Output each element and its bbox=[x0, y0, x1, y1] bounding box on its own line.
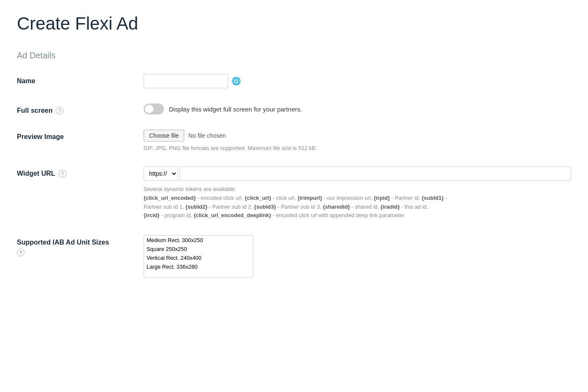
full-screen-toggle[interactable] bbox=[144, 103, 164, 114]
iab-option-square: Square 250x250 bbox=[144, 245, 253, 253]
name-label: Name bbox=[17, 74, 144, 85]
token-irpid: {irpid} bbox=[374, 195, 390, 201]
globe-icon: 🌐 bbox=[231, 76, 241, 86]
page-title: Create Flexi Ad bbox=[17, 14, 571, 34]
preview-image-row: Preview Image Choose file No file chosen… bbox=[17, 130, 571, 151]
iab-sizes-label: Supported IAB Ad Unit Sizes ? bbox=[17, 235, 144, 256]
iab-option-vertical-rect: Vertical Rect. 240x400 bbox=[144, 253, 253, 262]
choose-file-button[interactable]: Choose file bbox=[144, 130, 184, 142]
token-click-url: {click_url} bbox=[245, 195, 271, 201]
full-screen-help-icon[interactable]: ? bbox=[56, 107, 63, 114]
iab-sizes-control: Medium Rect. 300x250 Square 250x250 Vert… bbox=[144, 235, 571, 278]
widget-url-help-icon[interactable]: ? bbox=[59, 170, 66, 177]
name-control: 🌐 bbox=[144, 74, 571, 88]
full-screen-label: Full screen ? bbox=[17, 103, 144, 114]
full-screen-row: Full screen ? Display this widget full s… bbox=[17, 103, 571, 114]
name-row: Name 🌐 bbox=[17, 74, 571, 88]
token-click-url-encoded-deeplink: {click_url_encoded_deeplink} bbox=[194, 212, 272, 218]
token-iradid: {iradid} bbox=[381, 204, 400, 210]
token-ircid: {ircid} bbox=[144, 212, 160, 218]
iab-option-medium-rect: Medium Rect. 300x250 bbox=[144, 236, 253, 245]
file-hint: GIF, JPG, PNG file formats are supported… bbox=[144, 145, 571, 151]
section-title: Ad Details bbox=[17, 51, 571, 60]
url-protocol-select[interactable]: https:// http:// bbox=[144, 166, 178, 181]
iab-help-icon[interactable]: ? bbox=[17, 249, 24, 256]
toggle-description: Display this widget full screen for your… bbox=[169, 106, 302, 113]
iab-sizes-row: Supported IAB Ad Unit Sizes ? Medium Rec… bbox=[17, 235, 571, 278]
preview-image-control: Choose file No file chosen GIF, JPG, PNG… bbox=[144, 130, 571, 151]
token-subid2: {subId2} bbox=[185, 204, 207, 210]
name-input[interactable] bbox=[144, 74, 228, 88]
token-subid1: {subId1} bbox=[422, 195, 444, 201]
url-input[interactable] bbox=[180, 166, 571, 181]
toggle-wrapper: Display this widget full screen for your… bbox=[144, 103, 571, 114]
toggle-slider bbox=[144, 103, 164, 114]
widget-url-row: Widget URL ? https:// http:// Several dy… bbox=[17, 166, 571, 220]
file-input-row: Choose file No file chosen bbox=[144, 130, 571, 142]
token-click-url-encoded: {click_url_encoded} bbox=[144, 195, 196, 201]
no-file-text: No file chosen bbox=[188, 132, 226, 139]
preview-image-label: Preview Image bbox=[17, 130, 144, 141]
widget-url-label: Widget URL ? bbox=[17, 166, 144, 177]
full-screen-control: Display this widget full screen for your… bbox=[144, 103, 571, 114]
name-input-wrapper: 🌐 bbox=[144, 74, 571, 88]
iab-sizes-list[interactable]: Medium Rect. 300x250 Square 250x250 Vert… bbox=[144, 235, 253, 278]
token-irimpurl: {irimpurl} bbox=[297, 195, 322, 201]
iab-option-large-rect: Large Rect. 336x280 bbox=[144, 262, 253, 271]
token-subid3: {subId3} bbox=[254, 204, 276, 210]
url-hints: Several dynamic tokens are available: {c… bbox=[144, 185, 571, 220]
token-sharedid: {sharedid} bbox=[323, 204, 350, 210]
url-input-row: https:// http:// bbox=[144, 166, 571, 181]
widget-url-control: https:// http:// Several dynamic tokens … bbox=[144, 166, 571, 220]
iab-label-with-help: Supported IAB Ad Unit Sizes ? bbox=[17, 239, 109, 256]
